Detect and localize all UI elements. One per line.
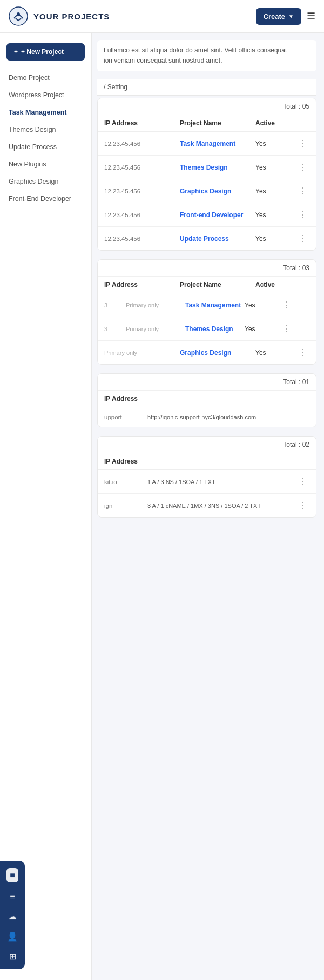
table-row: 12.23.45.456 Themes Design Yes ⋮ bbox=[98, 156, 316, 179]
ip-address: 12.23.45.456 bbox=[104, 140, 180, 147]
active-status: Yes bbox=[255, 187, 299, 195]
row-menu-button[interactable]: ⋮ bbox=[282, 324, 293, 334]
domain-prefix: upport bbox=[104, 414, 147, 420]
table-row: 12.23.45.456 Front-end Developer Yes ⋮ bbox=[98, 203, 316, 227]
sidebar-item-themes[interactable]: Themes Design bbox=[0, 121, 91, 138]
project-name[interactable]: Task Management bbox=[185, 301, 245, 309]
grid-icon[interactable]: ⊞ bbox=[9, 951, 16, 962]
table-4: Total : 02 IP Address kit.io 1 A / 3 NS … bbox=[97, 436, 316, 518]
svg-point-0 bbox=[9, 7, 28, 25]
active-status: Yes bbox=[255, 211, 299, 219]
sidebar-bottom-nav: ■ ≡ ☁ 👤 ⊞ bbox=[0, 861, 25, 969]
project-name[interactable]: Update Process bbox=[180, 235, 255, 243]
domain-prefix: kit.io bbox=[104, 479, 147, 485]
hamburger-button[interactable]: ☰ bbox=[307, 10, 315, 22]
project-name[interactable]: Graphics Design bbox=[180, 349, 255, 357]
intro-text-1: t ullamco est sit aliqua dolor do amet s… bbox=[104, 46, 287, 54]
table-2-header: IP Address Project Name Active bbox=[98, 277, 316, 293]
row-menu-button[interactable]: ⋮ bbox=[282, 300, 293, 310]
ip-address: 12.23.45.456 bbox=[104, 188, 180, 194]
row-menu-button[interactable]: ⋮ bbox=[299, 500, 309, 511]
table-row: upport http://iqonic-support-nyc3/qloudd… bbox=[98, 407, 316, 427]
sidebar-item-plugins[interactable]: New Plugins bbox=[0, 156, 91, 173]
breadcrumb: / Setting bbox=[104, 83, 127, 91]
breadcrumb-bar: / Setting bbox=[97, 79, 316, 96]
row-menu-button[interactable]: ⋮ bbox=[299, 210, 309, 220]
sidebar-item-frontend[interactable]: Front-End Developer bbox=[0, 190, 91, 207]
logo-icon bbox=[9, 6, 28, 26]
project-name[interactable]: Task Management bbox=[180, 140, 255, 147]
list-icon[interactable]: ≡ bbox=[10, 892, 15, 902]
active-status: Yes bbox=[255, 164, 299, 171]
total-row-2: Total : 03 bbox=[98, 260, 316, 277]
active-status: Yes bbox=[255, 140, 299, 147]
ip-address: 12.23.45.456 bbox=[104, 212, 180, 218]
user-icon[interactable]: 👤 bbox=[7, 931, 18, 942]
active-status: Yes bbox=[255, 349, 299, 357]
row-number: 3 bbox=[104, 302, 126, 308]
row-menu-button[interactable]: ⋮ bbox=[299, 233, 309, 244]
new-project-button[interactable]: + + New Project bbox=[6, 43, 85, 61]
table-row: 3 Primary only Task Management Yes ⋮ bbox=[98, 293, 316, 317]
intro-text-2: ion veniam consequat sunt nostrud amet. bbox=[104, 57, 222, 64]
domain-prefix: ign bbox=[104, 502, 147, 509]
main-content: t ullamco est sit aliqua dolor do amet s… bbox=[92, 32, 324, 980]
layout: + + New Project Demo Project Wordpress P… bbox=[0, 32, 324, 980]
row-menu-button[interactable]: ⋮ bbox=[299, 476, 309, 487]
table-3: Total : 01 IP Address upport http://iqon… bbox=[97, 373, 316, 427]
dns-record: 3 A / 1 cNAME / 1MX / 3NS / 1SOA / 2 TXT bbox=[147, 502, 299, 509]
table-row: Primary only Graphics Design Yes ⋮ bbox=[98, 341, 316, 364]
table-row: 3 Primary only Themes Design Yes ⋮ bbox=[98, 317, 316, 341]
header-title: YOUR PROJECTS bbox=[33, 12, 256, 21]
table-2: Total : 03 IP Address Project Name Activ… bbox=[97, 259, 316, 365]
row-menu-button[interactable]: ⋮ bbox=[299, 138, 309, 149]
ip-address: 12.23.45.456 bbox=[104, 164, 180, 171]
sidebar-item-graphics[interactable]: Graphics Design bbox=[0, 173, 91, 190]
table-1-header: IP Address Project Name Active bbox=[98, 115, 316, 132]
header: YOUR PROJECTS Create ▼ ☰ bbox=[0, 0, 324, 33]
active-status: Yes bbox=[245, 301, 282, 309]
primary-only-label: Primary only bbox=[126, 326, 185, 332]
sidebar-item-update[interactable]: Update Process bbox=[0, 138, 91, 156]
sidebar: + + New Project Demo Project Wordpress P… bbox=[0, 32, 92, 980]
create-button[interactable]: Create ▼ bbox=[256, 8, 301, 25]
table-row: 12.23.45.456 Graphics Design Yes ⋮ bbox=[98, 179, 316, 203]
active-status: Yes bbox=[245, 325, 282, 333]
row-menu-button[interactable]: ⋮ bbox=[299, 347, 309, 358]
table-row: 12.23.45.456 Update Process Yes ⋮ bbox=[98, 227, 316, 250]
table-row: 12.23.45.456 Task Management Yes ⋮ bbox=[98, 132, 316, 156]
project-name[interactable]: Front-end Developer bbox=[180, 211, 255, 219]
sidebar-item-demo[interactable]: Demo Project bbox=[0, 69, 91, 86]
table-row: ign 3 A / 1 cNAME / 1MX / 3NS / 1SOA / 2… bbox=[98, 494, 316, 517]
total-row-1: Total : 05 bbox=[98, 98, 316, 115]
intro-block: t ullamco est sit aliqua dolor do amet s… bbox=[97, 40, 316, 71]
sidebar-item-task[interactable]: Task Management bbox=[0, 104, 91, 121]
table-1: Total : 05 IP Address Project Name Activ… bbox=[97, 98, 316, 251]
active-status: Yes bbox=[255, 235, 299, 243]
sidebar-item-wordpress[interactable]: Wordpress Project bbox=[0, 86, 91, 104]
dns-record: 1 A / 3 NS / 1SOA / 1 TXT bbox=[147, 479, 299, 485]
project-name[interactable]: Themes Design bbox=[180, 164, 255, 171]
row-menu-button[interactable]: ⋮ bbox=[299, 186, 309, 196]
plus-icon: + bbox=[14, 48, 18, 56]
dns-url: http://iqonic-support-nyc3/qlouddash.com bbox=[147, 414, 299, 420]
table-4-header: IP Address bbox=[98, 453, 316, 470]
row-menu-button[interactable]: ⋮ bbox=[299, 162, 309, 172]
primary-only-label: Primary only bbox=[104, 350, 180, 356]
total-row-3: Total : 01 bbox=[98, 374, 316, 391]
svg-point-1 bbox=[17, 12, 20, 16]
cloud-icon[interactable]: ☁ bbox=[8, 911, 17, 922]
row-number: 3 bbox=[104, 326, 126, 332]
ip-address: 12.23.45.456 bbox=[104, 236, 180, 242]
table-row: kit.io 1 A / 3 NS / 1SOA / 1 TXT ⋮ bbox=[98, 470, 316, 494]
total-row-4: Total : 02 bbox=[98, 437, 316, 453]
primary-only-label: Primary only bbox=[126, 302, 185, 308]
dashboard-icon[interactable]: ■ bbox=[6, 868, 18, 882]
chevron-down-icon: ▼ bbox=[288, 14, 294, 19]
project-name[interactable]: Graphics Design bbox=[180, 187, 255, 195]
project-name[interactable]: Themes Design bbox=[185, 325, 245, 333]
table-3-header: IP Address bbox=[98, 391, 316, 407]
